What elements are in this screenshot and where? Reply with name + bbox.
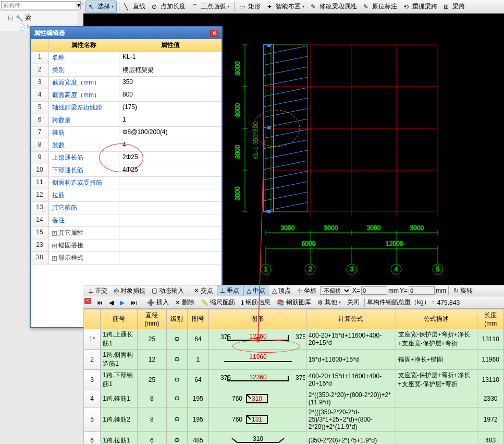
next-button[interactable]: ▶ [117,298,127,307]
column-header[interactable]: 公式描述 [396,309,477,329]
btn-label: 顶点 [278,286,291,295]
svg-text:12000: 12000 [386,240,403,247]
svg-text:12360: 12360 [249,374,267,381]
rect-button[interactable]: ▭矩形 [237,1,263,12]
property-row[interactable]: 3截面宽度（mm）350 [31,77,222,89]
svg-line-24 [261,170,313,181]
offset-select[interactable]: 不偏移 [320,286,351,295]
three-arc-button[interactable]: ⌒三点画弧▾ [189,1,232,12]
column-header[interactable]: 图形 [208,309,306,329]
title-text: 属性编辑器 [34,29,65,38]
close-panel-icon[interactable]: ✕ [84,298,91,304]
table-row[interactable]: 2 1跨.侧面构造筋1 12 Φ 1 11960 15*d+11600+15*d… [84,350,504,370]
expand-icon[interactable]: - [8,16,13,20]
btn-label: 三点画弧 [201,2,226,11]
apex-button[interactable]: △顶点 [269,285,293,296]
last-button[interactable]: ⏭ [128,298,140,307]
x-input[interactable] [361,286,387,295]
search-dropdown[interactable]: ▾ [77,1,81,9]
btn-label: 垂点 [227,286,239,295]
close-icon[interactable]: ✕ [210,30,218,37]
property-row[interactable]: 11侧面构造或受扭筋 [31,177,222,189]
btn-label: 插入 [156,298,169,307]
beam-end-button[interactable]: ⊞梁跨 [441,1,468,12]
property-row[interactable]: 13其它箍筋 [31,202,222,214]
property-row-expandable[interactable]: 23+锚固搭接 [31,239,222,252]
info-button[interactable]: ℹ钢筋信息 [239,297,273,308]
btn-label: 点加长度 [161,2,186,11]
other-button[interactable]: ⚙其他▾ [315,297,343,308]
column-header[interactable]: 图号 [188,309,208,329]
btn-label: 智能布置 [276,2,301,11]
inplace-button[interactable]: ✎原位标注 [361,1,400,12]
table-row[interactable]: 1* 1跨.上通长筋1 25 Φ 64 375 12360 375 400-20… [84,329,504,350]
column-header[interactable] [84,309,101,329]
column-header[interactable]: 筋号 [101,309,138,329]
tree-item-beam[interactable]: - 🔧 梁 [2,13,76,23]
table-row[interactable]: 4 1跨.箍筋1 8 Φ 195 760 310 2*((350-2*20)+(… [84,390,504,407]
y-input[interactable] [409,286,435,295]
perp-button[interactable]: ⊥垂点 [217,285,242,297]
delete-button[interactable]: ✕删除 [173,297,197,308]
btn-label: 选择 [97,2,110,11]
total-value: 479.843 [437,299,460,306]
table-row[interactable]: 5 1跨.箍筋2 8 Φ 195 760 131 2*(((350-2*20-2… [84,407,504,432]
property-row[interactable]: 10下部通长筋4Φ25 [31,164,222,177]
property-editor-title[interactable]: 属性编辑器 ✕ [31,27,222,39]
column-header[interactable]: 直径(mm) [138,309,167,329]
modify-button[interactable]: ✎修改梁段属性 [308,1,360,12]
svg-line-88 [247,415,251,419]
close-result-button[interactable]: 关闭 [345,297,362,308]
property-row[interactable]: 2类别楼层框架梁 [31,64,222,77]
property-row[interactable]: 1名称KL-1 [31,52,222,64]
property-row[interactable]: 7箍筋Φ8@100/200(4) [31,127,222,139]
point-add-button[interactable]: ⊙点加长度 [149,1,188,12]
property-row[interactable]: 12拉筋 [31,189,222,202]
property-row[interactable]: 14备注 [31,214,222,227]
smart-button[interactable]: ✦智能布置▾ [264,1,307,12]
svg-text:5: 5 [436,266,440,273]
ortho-button[interactable]: ⊥正交 [85,285,110,296]
column-header[interactable]: 计算公式 [306,309,396,329]
column-header[interactable]: 级别 [166,309,187,329]
svg-text:12360: 12360 [249,333,267,340]
svg-text:2: 2 [309,266,312,273]
svg-line-25 [261,181,313,191]
rehang-button[interactable]: ⟲重提梁跨 [401,1,440,12]
property-editor: 属性编辑器 ✕ 属性名称 属性值 1名称KL-12类别楼层框架梁3截面宽度（mm… [30,26,223,328]
column-header[interactable]: 长度(mm [477,309,504,329]
result-table: 筋号直径(mm)级别图号图形计算公式公式描述长度(mm 1* 1跨.上通长筋1 … [83,309,504,444]
dyn-button[interactable]: ▢动态输入 [149,285,187,296]
first-button[interactable]: ⏮ [94,298,105,307]
property-row[interactable]: 5轴线距梁左边线距(175) [31,102,222,114]
property-row-expandable[interactable]: 38+显示样式 [31,252,222,265]
select-button[interactable]: ↖选择▾ [85,1,117,13]
svg-text:375: 375 [220,374,231,381]
btn-label: 动态输入 [159,286,184,295]
prev-button[interactable]: ◀ [106,298,116,307]
scale-button[interactable]: 📏缩尺配筋 [198,297,238,308]
inter-button[interactable]: ✕交点 [191,285,216,296]
svg-text:760: 760 [232,395,242,402]
insert-button[interactable]: ➕插入 [144,297,171,308]
property-row[interactable]: 8肢数4 [31,139,222,152]
snap-toolbar: ⊥正交 ◎对象捕捉 ▢动态输入 ✕交点 ⊥垂点 △中点 △顶点 ⊹坐标 不偏移 … [83,285,504,296]
coord-button[interactable]: ⊹坐标 [294,285,319,296]
table-row[interactable]: 6 1跨.拉筋1 6 Φ 485 310 (350-2*20)+2*(75+1.… [84,432,504,445]
property-row[interactable]: 4截面高度（mm）800 [31,89,222,102]
mid-button[interactable]: △中点 [243,285,268,297]
tree-search: ▾ 🔍 [0,0,78,11]
property-row-expandable[interactable]: 15+其它属性 [31,227,222,239]
btn-label: 缩尺配筋 [210,298,235,307]
table-row[interactable]: 3 1跨.下部钢筋1 25 Φ 64 375 12360 375 400-20+… [84,370,504,390]
osnap-button[interactable]: ◎对象捕捉 [111,285,148,296]
svg-text:3000: 3000 [367,224,381,232]
btn-label: 直线 [133,2,145,11]
line-button[interactable]: ╲直线 [121,1,148,12]
rotate-button[interactable]: ↻旋转 [451,285,475,296]
svg-line-23 [261,160,313,170]
property-row[interactable]: 6跨数量1 [31,114,222,127]
property-row[interactable]: 9上部通长筋2Φ25 [31,152,222,164]
search-input[interactable] [1,1,77,9]
lib-button[interactable]: 📚钢筋图库 [274,297,314,308]
